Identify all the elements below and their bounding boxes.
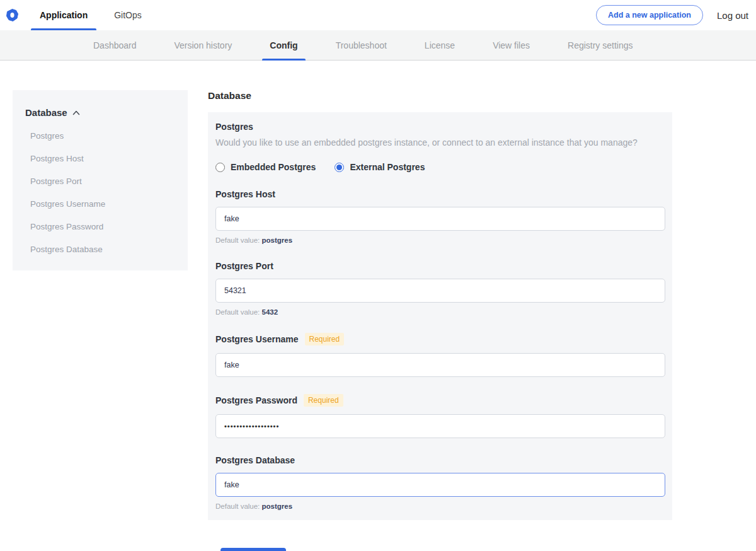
postgres-port-default: Default value: 5432 bbox=[215, 308, 665, 316]
app-subnav: Dashboard Version history Config Trouble… bbox=[0, 30, 756, 61]
subnav-item-troubleshoot[interactable]: Troubleshoot bbox=[328, 30, 394, 60]
config-main: Database Postgres Would you like to use … bbox=[208, 90, 672, 551]
subnav-item-dashboard[interactable]: Dashboard bbox=[86, 30, 144, 60]
database-group-panel: Postgres Would you like to use an embedd… bbox=[208, 112, 672, 520]
logout-link[interactable]: Log out bbox=[717, 10, 748, 21]
postgres-username-label: Postgres Username bbox=[215, 334, 299, 344]
postgres-host-input[interactable] bbox=[215, 207, 665, 231]
add-new-application-button[interactable]: Add a new application bbox=[596, 5, 703, 25]
tab-application-label: Application bbox=[40, 10, 88, 20]
radio-embedded-postgres[interactable]: Embedded Postgres bbox=[215, 162, 316, 172]
sidebar-group-database-label: Database bbox=[25, 107, 67, 118]
tab-gitops-label: GitOps bbox=[114, 10, 142, 20]
sidebar-item-postgres-username[interactable]: Postgres Username bbox=[25, 199, 175, 209]
sidebar-item-postgres-port[interactable]: Postgres Port bbox=[25, 177, 175, 186]
sidebar-item-postgres-password[interactable]: Postgres Password bbox=[25, 222, 175, 231]
subnav-item-registry-settings[interactable]: Registry settings bbox=[560, 30, 640, 60]
tab-gitops[interactable]: GitOps bbox=[105, 0, 151, 30]
postgres-password-label: Postgres Password bbox=[215, 395, 297, 405]
config-group-title: Database bbox=[208, 90, 672, 102]
postgres-item-title: Postgres bbox=[215, 122, 665, 132]
postgres-database-input[interactable] bbox=[215, 473, 665, 497]
sidebar-group-database[interactable]: Database bbox=[25, 107, 175, 118]
topnav-right: Add a new application Log out bbox=[596, 0, 748, 30]
subnav-item-license[interactable]: License bbox=[417, 30, 462, 60]
postgres-password-input[interactable] bbox=[215, 414, 665, 438]
subnav-item-view-files[interactable]: View files bbox=[485, 30, 537, 60]
postgres-port-label: Postgres Port bbox=[215, 261, 273, 271]
postgres-port-input[interactable] bbox=[215, 279, 665, 303]
app-logo-icon[interactable] bbox=[6, 0, 18, 30]
sidebar-item-postgres-host[interactable]: Postgres Host bbox=[25, 154, 175, 163]
top-navbar: Application GitOps Add a new application… bbox=[0, 0, 756, 30]
subnav-item-version-history[interactable]: Version history bbox=[167, 30, 240, 60]
config-page: Database Postgres Postgres Host Postgres… bbox=[0, 61, 756, 551]
required-badge: Required bbox=[304, 394, 343, 407]
chevron-up-icon bbox=[72, 110, 80, 115]
postgres-help-text: Would you like to use an embedded postgr… bbox=[215, 137, 665, 148]
save-config-button[interactable]: Save config bbox=[220, 548, 286, 551]
radio-embedded-postgres-input[interactable] bbox=[215, 163, 225, 172]
config-sidebar: Database Postgres Postgres Host Postgres… bbox=[13, 90, 188, 270]
sidebar-item-postgres[interactable]: Postgres bbox=[25, 131, 175, 141]
sidebar-item-postgres-database[interactable]: Postgres Database bbox=[25, 245, 175, 254]
postgres-username-input[interactable] bbox=[215, 353, 665, 377]
radio-external-postgres-input[interactable] bbox=[335, 163, 344, 172]
postgres-database-default: Default value: postgres bbox=[215, 502, 665, 510]
tab-application[interactable]: Application bbox=[31, 0, 96, 30]
postgres-host-default: Default value: postgres bbox=[215, 236, 665, 244]
radio-external-postgres[interactable]: External Postgres bbox=[335, 162, 425, 172]
postgres-mode-radio-group: Embedded Postgres External Postgres bbox=[215, 162, 665, 172]
subnav-item-config[interactable]: Config bbox=[262, 30, 305, 60]
required-badge: Required bbox=[305, 333, 345, 345]
postgres-database-label: Postgres Database bbox=[215, 455, 295, 465]
postgres-host-label: Postgres Host bbox=[215, 189, 275, 199]
